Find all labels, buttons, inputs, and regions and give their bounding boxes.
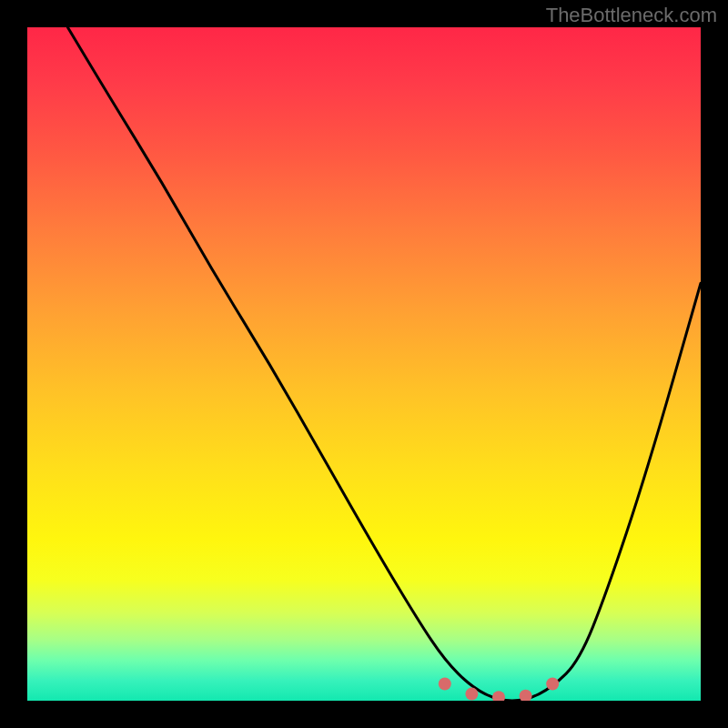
optimum-marker: [492, 691, 505, 701]
optimum-marker: [546, 678, 559, 691]
chart-container: TheBottleneck.com: [0, 0, 728, 728]
optimum-marker: [520, 690, 532, 701]
bottleneck-curve: [67, 27, 701, 701]
curve-svg: [27, 27, 701, 701]
optimum-marker: [439, 678, 451, 691]
plot-area: [27, 27, 701, 701]
optimum-marker: [465, 688, 478, 701]
optimum-markers: [439, 678, 559, 702]
watermark-text: TheBottleneck.com: [546, 4, 717, 27]
